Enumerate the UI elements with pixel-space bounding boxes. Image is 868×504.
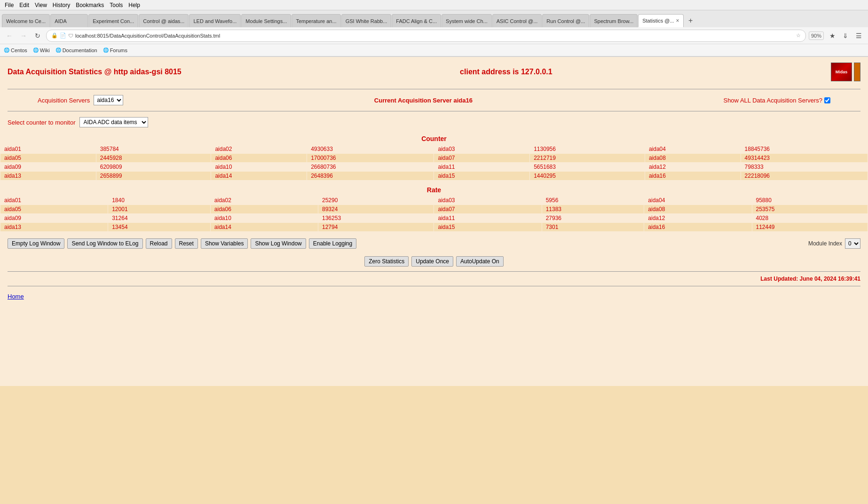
menu-icon[interactable]: ☰ (853, 30, 864, 41)
counter-table: aida01 385784 aida02 4930633 aida03 1130… (0, 144, 868, 181)
show-all-checkbox[interactable] (824, 97, 830, 103)
url-text: localhost:8015/DataAcquisitionControl/Da… (75, 33, 794, 39)
tab-temperature[interactable]: Temperature an... (292, 14, 340, 27)
menu-help[interactable]: Help (126, 1, 143, 9)
cell-value: 49314423 (741, 154, 868, 163)
page-content: Data Acquisition Statistics @ http aidas… (0, 57, 868, 386)
counter-dropdown[interactable]: AIDA ADC data items (79, 117, 148, 127)
tab-fadc[interactable]: FADC Align & C... (392, 14, 441, 27)
cell-value: 798333 (741, 163, 868, 172)
bottom-divider (8, 271, 860, 272)
table-row: aida09 6209809 aida10 26680736 aida11 56… (0, 163, 868, 172)
cell-name: aida12 (644, 214, 752, 223)
zero-statistics-button[interactable]: Zero Statistics (364, 256, 409, 267)
footer-divider (8, 286, 860, 286)
cell-value: 25290 (318, 196, 434, 205)
enable-logging-button[interactable]: Enable Logging (309, 238, 356, 249)
bookmark-wiki[interactable]: 🌐 Wiki (33, 47, 50, 53)
acquisition-servers-label: Acquisition Servers (38, 97, 90, 104)
tab-close-icon[interactable]: × (676, 17, 679, 24)
tab-bar: Welcome to Ce... AIDA Experiment Con... … (0, 10, 868, 27)
bookmark-star-icon[interactable]: ☆ (796, 32, 801, 39)
tab-gsi[interactable]: GSI White Rabb... (341, 14, 392, 27)
cell-name: aida03 (434, 196, 542, 205)
bookmarks-bar: 🌐 Centos 🌐 Wiki 🌐 Documentation 🌐 Forums (0, 44, 868, 56)
cell-name: aida15 (434, 172, 530, 181)
shield-icon: 🛡 (68, 33, 73, 39)
cell-name: aida10 (210, 214, 318, 223)
bookmark-documentation[interactable]: 🌐 Documentation (55, 47, 97, 53)
reset-button[interactable]: Reset (175, 238, 198, 249)
forward-button[interactable]: → (18, 30, 29, 41)
tab-experiment[interactable]: Experiment Con... (88, 14, 138, 27)
docs-globe-icon: 🌐 (55, 47, 61, 53)
reload-button[interactable]: ↻ (32, 30, 43, 41)
show-all-row: Show ALL Data Acquisition Servers? (723, 97, 830, 104)
cell-name: aida08 (644, 205, 752, 214)
cell-value: 12794 (318, 223, 434, 232)
logo-area: Midas (831, 63, 860, 81)
bookmark-forums[interactable]: 🌐 Forums (103, 47, 127, 53)
cell-name: aida02 (211, 145, 307, 154)
tab-module-settings[interactable]: Module Settings... (241, 14, 291, 27)
module-index-select[interactable]: 0 (845, 238, 860, 249)
cell-value: 7301 (542, 223, 644, 232)
cell-name: aida15 (434, 223, 542, 232)
bookmark-icon[interactable]: ★ (827, 30, 838, 41)
tab-welcome[interactable]: Welcome to Ce... (2, 14, 50, 27)
menu-tools[interactable]: Tools (107, 1, 126, 9)
wiki-globe-icon: 🌐 (33, 47, 39, 53)
header-divider (8, 89, 860, 89)
server-row: Acquisition Servers aida16 Current Acqui… (0, 91, 868, 109)
show-variables-button[interactable]: Show Variables (201, 238, 248, 249)
menu-file[interactable]: File (2, 1, 16, 9)
auto-update-button[interactable]: AutoUpdate On (456, 256, 504, 267)
cell-value: 12001 (108, 205, 211, 214)
menu-edit[interactable]: Edit (16, 1, 32, 9)
stats-buttons-row: Zero Statistics Update Once AutoUpdate O… (0, 253, 868, 269)
cell-name: aida13 (0, 223, 108, 232)
show-log-window-button[interactable]: Show Log Window (251, 238, 306, 249)
send-log-button[interactable]: Send Log Window to ELog (67, 238, 142, 249)
menu-view[interactable]: View (32, 1, 50, 9)
tab-aida[interactable]: AIDA (50, 14, 88, 27)
menu-bar: File Edit View History Bookmarks Tools H… (0, 0, 868, 10)
nav-bar: ← → ↻ 🔒 📄 🛡 localhost:8015/DataAcquisiti… (0, 27, 868, 44)
nav-right-icons: ★ ⇓ ☰ (827, 30, 864, 41)
menu-history[interactable]: History (50, 1, 73, 9)
tab-system[interactable]: System wide Ch... (442, 14, 492, 27)
cell-value: 385784 (96, 145, 211, 154)
download-icon[interactable]: ⇓ (840, 30, 851, 41)
bookmark-centos[interactable]: 🌐 Centos (4, 47, 27, 53)
cell-value: 17000736 (307, 154, 434, 163)
cell-name: aida14 (210, 223, 318, 232)
menu-bookmarks[interactable]: Bookmarks (73, 1, 107, 9)
cell-value: 2212719 (530, 154, 645, 163)
tab-spectrum[interactable]: Spectrum Brow... (590, 14, 638, 27)
update-once-button[interactable]: Update Once (411, 256, 453, 267)
current-server-label: Current Acquisition Server aida16 (374, 97, 473, 104)
cell-value: 5651683 (530, 163, 645, 172)
empty-log-button[interactable]: Empty Log Window (8, 238, 64, 249)
cell-name: aida14 (211, 172, 307, 181)
tab-asic[interactable]: ASIC Control @... (492, 14, 542, 27)
url-bar[interactable]: 🔒 📄 🛡 localhost:8015/DataAcquisitionCont… (46, 30, 806, 42)
tab-run-control[interactable]: Run Control @... (542, 14, 589, 27)
new-tab-button[interactable]: + (684, 14, 697, 27)
url-icons: ☆ (796, 32, 801, 39)
back-button[interactable]: ← (4, 30, 15, 41)
tab-control[interactable]: Control @ aidas... (139, 14, 189, 27)
cell-name: aida10 (211, 163, 307, 172)
home-link[interactable]: Home (8, 293, 24, 300)
home-link-row: Home (0, 288, 868, 305)
table-row: aida09 31264 aida10 136253 aida11 27936 … (0, 214, 868, 223)
secondary-logo (854, 63, 860, 81)
tab-led[interactable]: LED and Wavefo... (189, 14, 241, 27)
tab-statistics[interactable]: Statistics @... × (638, 14, 683, 27)
reload-page-button[interactable]: Reload (146, 238, 172, 249)
cell-value: 27936 (542, 214, 644, 223)
table-row: aida01 385784 aida02 4930633 aida03 1130… (0, 145, 868, 154)
cell-name: aida09 (0, 214, 108, 223)
server-select[interactable]: aida16 (94, 95, 123, 105)
counter-select-row: Select counter to monitor AIDA ADC data … (0, 113, 868, 131)
